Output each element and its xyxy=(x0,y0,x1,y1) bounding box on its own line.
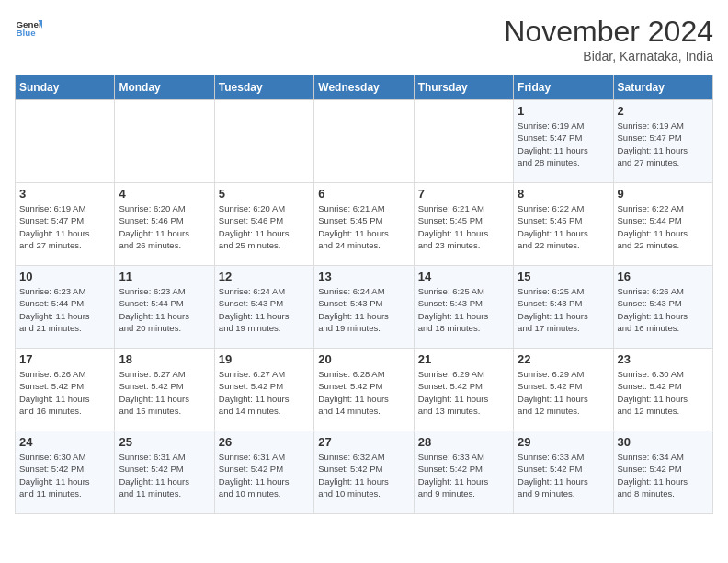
day-info: Sunrise: 6:22 AMSunset: 5:44 PMDaylight:… xyxy=(618,202,709,251)
calendar-cell xyxy=(414,100,513,183)
calendar-cell: 20Sunrise: 6:28 AMSunset: 5:42 PMDayligh… xyxy=(314,349,414,431)
day-number: 16 xyxy=(618,270,709,283)
day-info: Sunrise: 6:28 AMSunset: 5:42 PMDaylight:… xyxy=(318,368,409,417)
weekday-header-sunday: Sunday xyxy=(16,75,115,100)
weekday-header-tuesday: Tuesday xyxy=(214,75,313,100)
day-info: Sunrise: 6:24 AMSunset: 5:43 PMDaylight:… xyxy=(219,285,310,334)
day-number: 13 xyxy=(318,270,409,283)
page-header: General Blue November 2024 Bidar, Karnat… xyxy=(15,15,713,63)
calendar-cell: 4Sunrise: 6:20 AMSunset: 5:46 PMDaylight… xyxy=(115,183,214,266)
calendar-cell: 6Sunrise: 6:21 AMSunset: 5:45 PMDaylight… xyxy=(314,183,414,266)
day-number: 26 xyxy=(219,435,310,449)
day-info: Sunrise: 6:29 AMSunset: 5:42 PMDaylight:… xyxy=(418,368,509,417)
day-number: 2 xyxy=(618,104,709,118)
title-block: November 2024 Bidar, Karnataka, India xyxy=(504,15,713,63)
day-info: Sunrise: 6:21 AMSunset: 5:45 PMDaylight:… xyxy=(418,202,509,251)
day-info: Sunrise: 6:27 AMSunset: 5:42 PMDaylight:… xyxy=(119,368,210,417)
day-number: 30 xyxy=(618,435,709,449)
day-number: 19 xyxy=(219,352,310,366)
day-number: 15 xyxy=(518,270,609,283)
calendar-cell: 9Sunrise: 6:22 AMSunset: 5:44 PMDaylight… xyxy=(613,183,712,266)
day-info: Sunrise: 6:33 AMSunset: 5:42 PMDaylight:… xyxy=(518,451,609,500)
day-info: Sunrise: 6:33 AMSunset: 5:42 PMDaylight:… xyxy=(418,451,509,500)
weekday-header-monday: Monday xyxy=(115,75,214,100)
day-number: 10 xyxy=(19,270,110,283)
day-info: Sunrise: 6:19 AMSunset: 5:47 PMDaylight:… xyxy=(518,120,609,168)
day-info: Sunrise: 6:23 AMSunset: 5:44 PMDaylight:… xyxy=(19,285,110,334)
day-info: Sunrise: 6:25 AMSunset: 5:43 PMDaylight:… xyxy=(518,285,609,334)
location-subtitle: Bidar, Karnataka, India xyxy=(504,49,713,63)
day-number: 14 xyxy=(418,270,509,283)
day-number: 9 xyxy=(618,187,709,201)
day-info: Sunrise: 6:31 AMSunset: 5:42 PMDaylight:… xyxy=(219,451,310,500)
calendar-cell: 8Sunrise: 6:22 AMSunset: 5:45 PMDaylight… xyxy=(514,183,613,266)
weekday-header-friday: Friday xyxy=(514,75,613,100)
calendar-cell xyxy=(16,100,115,183)
calendar-cell: 21Sunrise: 6:29 AMSunset: 5:42 PMDayligh… xyxy=(414,349,513,431)
weekday-header-thursday: Thursday xyxy=(414,75,513,100)
day-number: 5 xyxy=(219,187,310,201)
day-number: 22 xyxy=(518,352,609,366)
calendar-cell: 30Sunrise: 6:34 AMSunset: 5:42 PMDayligh… xyxy=(613,431,712,514)
calendar-cell: 17Sunrise: 6:26 AMSunset: 5:42 PMDayligh… xyxy=(16,349,115,431)
day-info: Sunrise: 6:30 AMSunset: 5:42 PMDaylight:… xyxy=(618,368,709,417)
day-info: Sunrise: 6:32 AMSunset: 5:42 PMDaylight:… xyxy=(318,451,409,500)
day-number: 20 xyxy=(318,352,409,366)
calendar-table: SundayMondayTuesdayWednesdayThursdayFrid… xyxy=(15,75,713,514)
calendar-cell: 26Sunrise: 6:31 AMSunset: 5:42 PMDayligh… xyxy=(214,431,313,514)
day-number: 1 xyxy=(518,104,609,118)
day-number: 7 xyxy=(418,187,509,201)
calendar-cell: 25Sunrise: 6:31 AMSunset: 5:42 PMDayligh… xyxy=(115,431,214,514)
day-info: Sunrise: 6:20 AMSunset: 5:46 PMDaylight:… xyxy=(119,202,210,251)
day-number: 4 xyxy=(119,187,210,201)
calendar-cell: 23Sunrise: 6:30 AMSunset: 5:42 PMDayligh… xyxy=(613,349,712,431)
calendar-cell: 27Sunrise: 6:32 AMSunset: 5:42 PMDayligh… xyxy=(314,431,414,514)
svg-text:Blue: Blue xyxy=(17,28,37,38)
day-info: Sunrise: 6:23 AMSunset: 5:44 PMDaylight:… xyxy=(119,285,210,334)
calendar-cell: 11Sunrise: 6:23 AMSunset: 5:44 PMDayligh… xyxy=(115,266,214,349)
day-info: Sunrise: 6:21 AMSunset: 5:45 PMDaylight:… xyxy=(318,202,409,251)
calendar-cell: 15Sunrise: 6:25 AMSunset: 5:43 PMDayligh… xyxy=(514,266,613,349)
day-number: 11 xyxy=(119,270,210,283)
logo: General Blue xyxy=(15,15,42,42)
day-number: 25 xyxy=(119,435,210,449)
day-info: Sunrise: 6:26 AMSunset: 5:43 PMDaylight:… xyxy=(618,285,709,334)
day-info: Sunrise: 6:19 AMSunset: 5:47 PMDaylight:… xyxy=(19,202,110,251)
day-number: 17 xyxy=(19,352,110,366)
calendar-cell xyxy=(314,100,414,183)
weekday-header-saturday: Saturday xyxy=(613,75,712,100)
day-number: 24 xyxy=(19,435,110,449)
day-number: 6 xyxy=(318,187,409,201)
calendar-cell: 1Sunrise: 6:19 AMSunset: 5:47 PMDaylight… xyxy=(514,100,613,183)
calendar-cell: 10Sunrise: 6:23 AMSunset: 5:44 PMDayligh… xyxy=(16,266,115,349)
calendar-cell: 24Sunrise: 6:30 AMSunset: 5:42 PMDayligh… xyxy=(16,431,115,514)
day-info: Sunrise: 6:19 AMSunset: 5:47 PMDaylight:… xyxy=(618,120,709,168)
calendar-cell: 18Sunrise: 6:27 AMSunset: 5:42 PMDayligh… xyxy=(115,349,214,431)
calendar-cell: 16Sunrise: 6:26 AMSunset: 5:43 PMDayligh… xyxy=(613,266,712,349)
month-year-title: November 2024 xyxy=(504,15,713,49)
calendar-cell: 29Sunrise: 6:33 AMSunset: 5:42 PMDayligh… xyxy=(514,431,613,514)
day-number: 21 xyxy=(418,352,509,366)
calendar-cell: 3Sunrise: 6:19 AMSunset: 5:47 PMDaylight… xyxy=(16,183,115,266)
calendar-cell: 19Sunrise: 6:27 AMSunset: 5:42 PMDayligh… xyxy=(214,349,313,431)
day-info: Sunrise: 6:20 AMSunset: 5:46 PMDaylight:… xyxy=(219,202,310,251)
calendar-cell xyxy=(214,100,313,183)
calendar-cell: 12Sunrise: 6:24 AMSunset: 5:43 PMDayligh… xyxy=(214,266,313,349)
day-number: 12 xyxy=(219,270,310,283)
calendar-cell: 7Sunrise: 6:21 AMSunset: 5:45 PMDaylight… xyxy=(414,183,513,266)
day-info: Sunrise: 6:26 AMSunset: 5:42 PMDaylight:… xyxy=(19,368,110,417)
day-info: Sunrise: 6:24 AMSunset: 5:43 PMDaylight:… xyxy=(318,285,409,334)
calendar-cell: 5Sunrise: 6:20 AMSunset: 5:46 PMDaylight… xyxy=(214,183,313,266)
calendar-cell: 28Sunrise: 6:33 AMSunset: 5:42 PMDayligh… xyxy=(414,431,513,514)
day-number: 23 xyxy=(618,352,709,366)
day-number: 3 xyxy=(19,187,110,201)
day-info: Sunrise: 6:27 AMSunset: 5:42 PMDaylight:… xyxy=(219,368,310,417)
calendar-cell: 2Sunrise: 6:19 AMSunset: 5:47 PMDaylight… xyxy=(613,100,712,183)
calendar-cell: 14Sunrise: 6:25 AMSunset: 5:43 PMDayligh… xyxy=(414,266,513,349)
day-info: Sunrise: 6:30 AMSunset: 5:42 PMDaylight:… xyxy=(19,451,110,500)
calendar-cell: 13Sunrise: 6:24 AMSunset: 5:43 PMDayligh… xyxy=(314,266,414,349)
day-info: Sunrise: 6:29 AMSunset: 5:42 PMDaylight:… xyxy=(518,368,609,417)
day-info: Sunrise: 6:25 AMSunset: 5:43 PMDaylight:… xyxy=(418,285,509,334)
calendar-cell xyxy=(115,100,214,183)
calendar-cell: 22Sunrise: 6:29 AMSunset: 5:42 PMDayligh… xyxy=(514,349,613,431)
